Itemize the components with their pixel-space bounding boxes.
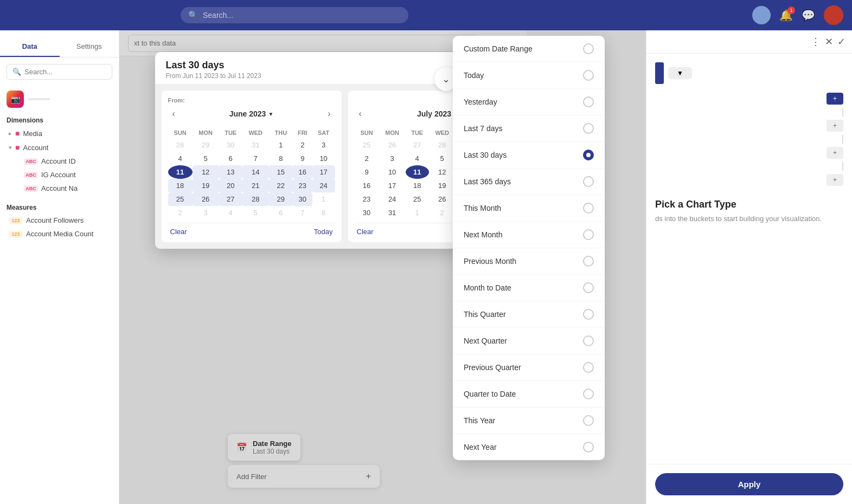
radio-circle-10[interactable] bbox=[583, 309, 594, 320]
radio-circle-2[interactable] bbox=[583, 96, 594, 107]
right-cal-day[interactable]: 3 bbox=[379, 152, 406, 165]
right-cal-day[interactable]: 10 bbox=[379, 165, 406, 179]
cal-day[interactable]: 31 bbox=[242, 138, 269, 152]
cal-day[interactable]: 16 bbox=[293, 165, 312, 179]
right-cal-day[interactable]: 4 bbox=[406, 152, 429, 165]
cal-day[interactable]: 29 bbox=[193, 138, 219, 152]
radio-circle-5[interactable] bbox=[583, 176, 594, 187]
radio-circle-15[interactable] bbox=[583, 442, 594, 453]
dropdown-option-5[interactable]: Last 365 days bbox=[453, 169, 605, 195]
right-cal-day[interactable]: 26 bbox=[429, 192, 456, 206]
primary-action-btn[interactable]: + bbox=[827, 93, 843, 105]
cal-day[interactable]: 28 bbox=[168, 138, 193, 152]
dropdown-option-9[interactable]: Month to Date bbox=[453, 275, 605, 301]
tab-data[interactable]: Data bbox=[0, 37, 60, 57]
secondary-action-btn[interactable]: + bbox=[827, 120, 843, 132]
right-cal-day[interactable]: 31 bbox=[379, 206, 406, 219]
radio-circle-1[interactable] bbox=[583, 70, 594, 81]
radio-circle-12[interactable] bbox=[583, 362, 594, 373]
dropdown-option-6[interactable]: This Month bbox=[453, 195, 605, 222]
radio-circle-4[interactable] bbox=[583, 150, 594, 160]
field-account-id[interactable]: ABC Account ID bbox=[20, 154, 114, 168]
left-prev-arrow[interactable]: ‹ bbox=[168, 107, 180, 121]
right-cal-day[interactable]: 1 bbox=[406, 206, 429, 219]
notification-icon[interactable]: 🔔 1 bbox=[779, 9, 793, 22]
radio-circle-6[interactable] bbox=[583, 203, 594, 214]
dropdown-option-15[interactable]: Next Year bbox=[453, 434, 605, 460]
left-clear-btn[interactable]: Clear bbox=[170, 228, 187, 236]
cal-day[interactable]: 28 bbox=[242, 192, 269, 206]
right-cal-day[interactable]: 27 bbox=[406, 138, 429, 152]
field-account-name[interactable]: ABC Account Na bbox=[20, 182, 114, 195]
cal-day[interactable]: 8 bbox=[269, 152, 293, 165]
right-panel-check-icon[interactable]: ✓ bbox=[837, 36, 845, 48]
cal-day[interactable]: 2 bbox=[168, 206, 193, 219]
quaternary-action-btn[interactable]: + bbox=[827, 174, 843, 186]
user-avatar[interactable] bbox=[824, 5, 843, 25]
tertiary-action-btn[interactable]: + bbox=[827, 147, 843, 159]
dropdown-option-1[interactable]: Today bbox=[453, 62, 605, 89]
cal-day[interactable]: 20 bbox=[219, 179, 242, 192]
dropdown-option-11[interactable]: Next Quarter bbox=[453, 328, 605, 354]
cal-day[interactable]: 3 bbox=[193, 206, 219, 219]
search-bar[interactable]: 🔍 bbox=[181, 7, 408, 23]
radio-circle-9[interactable] bbox=[583, 282, 594, 293]
left-month-year[interactable]: June 2023 ▼ bbox=[229, 109, 274, 118]
cal-day[interactable]: 23 bbox=[293, 179, 312, 192]
cal-day[interactable]: 14 bbox=[242, 165, 269, 179]
dropdown-option-13[interactable]: Quarter to Date bbox=[453, 381, 605, 408]
cal-day[interactable]: 12 bbox=[193, 165, 219, 179]
right-clear-btn[interactable]: Clear bbox=[357, 228, 374, 236]
right-cal-day[interactable]: 30 bbox=[355, 206, 379, 219]
cal-day[interactable]: 1 bbox=[312, 192, 335, 206]
right-cal-day[interactable]: 11 bbox=[406, 165, 429, 179]
cal-day[interactable]: 18 bbox=[168, 179, 193, 192]
dim-row-media[interactable]: ▸ ■ Media bbox=[4, 126, 114, 140]
cal-day[interactable]: 22 bbox=[269, 179, 293, 192]
gauge-control[interactable]: ▼ bbox=[668, 67, 692, 79]
cal-day[interactable]: 29 bbox=[269, 192, 293, 206]
radio-circle-13[interactable] bbox=[583, 389, 594, 399]
chat-icon[interactable]: 💬 bbox=[802, 9, 815, 22]
apply-button[interactable]: Apply bbox=[655, 473, 843, 495]
cal-day[interactable]: 10 bbox=[312, 152, 335, 165]
cal-day[interactable]: 1 bbox=[269, 138, 293, 152]
right-cal-day[interactable]: 25 bbox=[406, 192, 429, 206]
more-options-icon[interactable]: ⋮ bbox=[811, 36, 821, 48]
right-cal-day[interactable]: 28 bbox=[429, 138, 456, 152]
field-ig-account[interactable]: ABC IG Account bbox=[20, 168, 114, 182]
measure-followers[interactable]: 123 Account Followers bbox=[4, 214, 114, 227]
cal-day[interactable]: 5 bbox=[242, 206, 269, 219]
cal-day[interactable]: 8 bbox=[312, 206, 335, 219]
dropdown-option-2[interactable]: Yesterday bbox=[453, 89, 605, 115]
cal-day[interactable]: 3 bbox=[312, 138, 335, 152]
dropdown-option-7[interactable]: Next Month bbox=[453, 222, 605, 248]
cal-day[interactable]: 2 bbox=[293, 138, 312, 152]
cal-day[interactable]: 15 bbox=[269, 165, 293, 179]
cal-day[interactable]: 11 bbox=[168, 165, 193, 179]
dropdown-option-12[interactable]: Previous Quarter bbox=[453, 354, 605, 381]
sidebar-search-input[interactable] bbox=[24, 68, 106, 76]
dropdown-option-3[interactable]: Last 7 days bbox=[453, 115, 605, 142]
right-cal-day[interactable]: 18 bbox=[406, 179, 429, 192]
right-cal-day[interactable]: 9 bbox=[355, 165, 379, 179]
search-input[interactable] bbox=[203, 11, 401, 20]
cal-day[interactable]: 30 bbox=[293, 192, 312, 206]
right-cal-day[interactable]: 26 bbox=[379, 138, 406, 152]
right-cal-day[interactable]: 2 bbox=[355, 152, 379, 165]
right-cal-day[interactable]: 25 bbox=[355, 138, 379, 152]
right-cal-day[interactable]: 12 bbox=[429, 165, 456, 179]
left-today-btn[interactable]: Today bbox=[314, 228, 333, 236]
radio-circle-0[interactable] bbox=[583, 43, 594, 54]
radio-circle-3[interactable] bbox=[583, 123, 594, 134]
right-prev-arrow[interactable]: ‹ bbox=[355, 107, 366, 121]
sidebar-search[interactable]: 🔍 bbox=[7, 64, 112, 80]
cal-day[interactable]: 21 bbox=[242, 179, 269, 192]
cal-day[interactable]: 25 bbox=[168, 192, 193, 206]
cal-day[interactable]: 9 bbox=[293, 152, 312, 165]
cal-day[interactable]: 4 bbox=[168, 152, 193, 165]
right-cal-day[interactable]: 16 bbox=[355, 179, 379, 192]
measure-media-count[interactable]: 123 Account Media Count bbox=[4, 227, 114, 241]
left-next-arrow[interactable]: › bbox=[323, 107, 335, 121]
cal-day[interactable]: 5 bbox=[193, 152, 219, 165]
